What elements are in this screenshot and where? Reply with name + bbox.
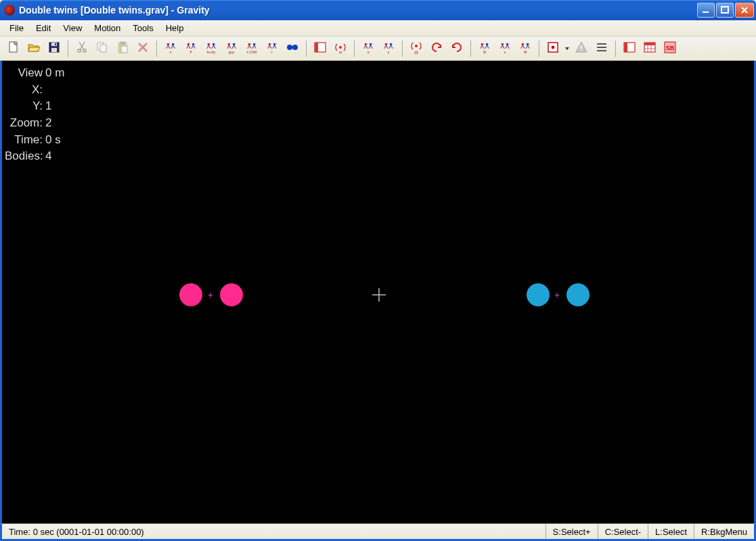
- svg-point-51: [506, 43, 509, 46]
- com-tool-button[interactable]: COM: [242, 39, 261, 58]
- save-file-button[interactable]: [45, 39, 64, 58]
- link-tool-button[interactable]: [283, 39, 302, 58]
- trace-tool-button[interactable]: t: [263, 39, 282, 58]
- hud-viewx-label: View X:: [5, 65, 45, 98]
- sb-button-button[interactable]: SB: [661, 39, 680, 58]
- close-button[interactable]: [735, 3, 754, 18]
- body-4[interactable]: [566, 283, 590, 306]
- hud-bodies-value: 4: [45, 148, 51, 165]
- broadcast-icon: ot: [334, 41, 347, 56]
- body-2[interactable]: [220, 283, 243, 306]
- svg-point-43: [390, 43, 393, 46]
- svg-rect-58: [581, 45, 582, 49]
- panel-purple-button[interactable]: [640, 39, 659, 58]
- svg-rect-12: [120, 42, 125, 44]
- z-tool-button[interactable]: z: [379, 39, 398, 58]
- svg-point-39: [365, 43, 368, 46]
- save-file-icon: [47, 41, 61, 56]
- b-tool-icon: B: [518, 41, 532, 56]
- menu-edit[interactable]: Edit: [30, 22, 56, 34]
- rotate-ccw-button[interactable]: [427, 39, 446, 58]
- align-left-icon: [313, 41, 327, 56]
- menu-tools[interactable]: Tools: [127, 22, 158, 34]
- panel-red-button[interactable]: [620, 39, 639, 58]
- ct-tool-button[interactable]: ct: [407, 39, 426, 58]
- minimize-button[interactable]: [697, 3, 715, 18]
- svg-point-14: [167, 43, 170, 46]
- menu-view[interactable]: View: [58, 22, 87, 34]
- svg-rect-34: [290, 46, 295, 49]
- hud-zoom-label: Zoom:: [5, 115, 45, 132]
- body-tool-button[interactable]: body: [202, 39, 221, 58]
- broadcast-button[interactable]: ot: [331, 39, 350, 58]
- svg-point-57: [552, 46, 555, 49]
- vector-tool-button[interactable]: v: [161, 39, 180, 58]
- frame-tool-icon: [546, 41, 560, 56]
- svg-text:t: t: [271, 49, 273, 54]
- svg-point-45: [415, 45, 418, 47]
- sb-button-icon: SB: [663, 41, 677, 56]
- cut-button: [72, 39, 91, 58]
- rotate-cw-button[interactable]: [447, 39, 466, 58]
- svg-rect-1: [721, 7, 728, 13]
- frame-tool-dropdown[interactable]: [564, 46, 571, 51]
- window-controls: [696, 0, 756, 20]
- svg-point-24: [233, 43, 236, 46]
- body-3[interactable]: [527, 283, 550, 306]
- svg-text:B: B: [524, 49, 527, 54]
- menu-help[interactable]: Help: [160, 22, 190, 34]
- status-c: C:Select-: [598, 524, 648, 539]
- svg-text:x: x: [367, 49, 370, 54]
- hud-viewx-value: 0 m: [45, 65, 64, 98]
- simulation-canvas[interactable]: View X:0 m Y:1 Zoom:2 Time:0 s Bodies:4 …: [0, 61, 756, 523]
- svg-point-30: [273, 43, 276, 46]
- svg-rect-64: [624, 43, 627, 52]
- x-tool-button[interactable]: x: [359, 39, 378, 58]
- svg-point-17: [187, 43, 190, 46]
- menu-motion[interactable]: Motion: [89, 22, 126, 34]
- svg-text:ct: ct: [414, 50, 418, 54]
- status-r: R:BkgMenu: [694, 524, 754, 539]
- hud-y-label: Y:: [5, 98, 45, 115]
- maximize-button[interactable]: [716, 3, 734, 18]
- menu-file[interactable]: File: [4, 22, 29, 34]
- paste-button: [113, 39, 132, 58]
- open-file-button[interactable]: [24, 39, 43, 58]
- status-s: S:Select+: [546, 524, 598, 539]
- svg-point-7: [78, 49, 81, 53]
- svg-point-53: [522, 43, 525, 46]
- com-tool-icon: COM: [245, 41, 259, 56]
- r-tool-button[interactable]: R: [475, 39, 494, 58]
- b-tool-button[interactable]: B: [516, 39, 535, 58]
- status-time: Time: 0 sec (0001-01-01 00:00:00): [2, 524, 546, 539]
- group-tool-icon: grp: [225, 41, 238, 56]
- new-file-button[interactable]: [4, 39, 23, 58]
- svg-rect-6: [55, 43, 56, 45]
- body-1[interactable]: [179, 283, 202, 306]
- svg-rect-59: [581, 49, 582, 51]
- svg-point-54: [527, 43, 529, 46]
- svg-point-26: [248, 43, 251, 46]
- svg-rect-13: [121, 46, 127, 53]
- align-left-button[interactable]: [311, 39, 330, 58]
- svg-text:R: R: [483, 49, 487, 54]
- rotate-ccw-icon: [430, 41, 443, 56]
- link-tool-icon: [286, 41, 299, 56]
- svg-point-15: [172, 43, 175, 46]
- force-tool-button[interactable]: F: [181, 39, 200, 58]
- svg-point-47: [481, 43, 484, 46]
- hud-overlay: View X:0 m Y:1 Zoom:2 Time:0 s Bodies:4: [5, 65, 64, 165]
- group-tool-button[interactable]: grp: [222, 39, 241, 58]
- svg-rect-10: [100, 45, 106, 52]
- titlebar: Double twins [Double twins.grav] - Gravi…: [0, 0, 756, 20]
- statusbar: Time: 0 sec (0001-01-01 00:00:00) S:Sele…: [0, 523, 756, 541]
- list-button[interactable]: [592, 39, 611, 58]
- new-file-icon: [7, 41, 20, 56]
- panel-purple-icon: [643, 41, 657, 56]
- warning-button: [572, 39, 591, 58]
- frame-tool-button[interactable]: [543, 39, 562, 58]
- svg-rect-36: [315, 43, 318, 52]
- center-cross-icon: [371, 287, 387, 306]
- svg-point-8: [83, 49, 87, 53]
- s-tool-button[interactable]: s: [495, 39, 514, 58]
